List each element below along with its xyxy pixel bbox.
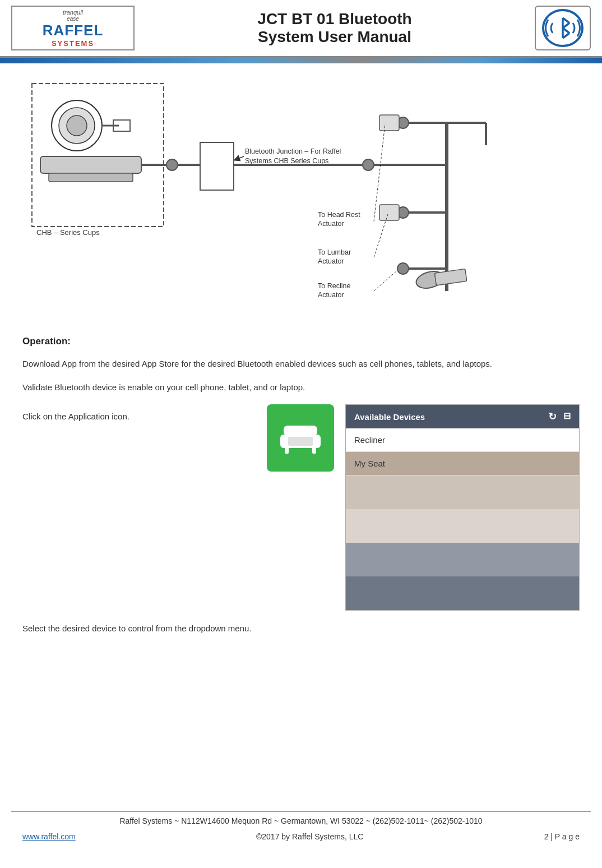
diagram-section: CHB – Series Cups Bluetooth Junction – F…	[0, 67, 602, 330]
devices-header: Available Devices ↻ ⊟	[346, 405, 579, 428]
svg-rect-52	[285, 447, 289, 454]
footer-main-text: Raffel Systems ~ N112W14600 Mequon Rd ~ …	[0, 812, 602, 830]
svg-rect-6	[32, 84, 164, 227]
svg-text:Bluetooth Junction – For Raffe: Bluetooth Junction – For Raffel	[245, 147, 341, 155]
logo-ease: ease	[67, 16, 79, 22]
footer: Raffel Systems ~ N112W14600 Mequon Rd ~ …	[0, 800, 602, 846]
sofa-icon	[278, 418, 323, 459]
svg-rect-48	[287, 437, 314, 446]
title-line1: JCT BT 01 Bluetooth	[257, 10, 411, 27]
device-item-empty3	[346, 543, 579, 576]
click-instruction-text: Click on the Application icon.	[22, 404, 256, 423]
device-item-empty2	[346, 509, 579, 543]
svg-text:Actuator: Actuator	[318, 220, 344, 228]
svg-rect-18	[200, 142, 234, 190]
svg-rect-53	[312, 447, 316, 454]
svg-line-4	[563, 28, 569, 33]
svg-text:CHB – Series Cups: CHB – Series Cups	[36, 228, 100, 237]
title-line2: System User Manual	[258, 28, 411, 45]
svg-text:Systems CHB Series Cups: Systems CHB Series Cups	[245, 157, 328, 165]
logo-box: tranquil ease RAFFEL SYSTEMS	[11, 6, 135, 50]
svg-rect-51	[284, 426, 317, 436]
header-title: JCT BT 01 Bluetooth System User Manual	[135, 10, 535, 46]
svg-text:To Lumbar: To Lumbar	[318, 248, 351, 256]
bluetooth-icon	[540, 8, 585, 48]
app-icon-box[interactable]	[267, 404, 334, 472]
content-section: Operation: Download App from the desired…	[0, 330, 602, 641]
bluetooth-icon-box	[535, 6, 591, 50]
refresh-icon[interactable]: ↻	[548, 410, 557, 423]
click-instruction-row: Click on the Application icon.	[22, 404, 580, 611]
svg-point-23	[363, 159, 374, 170]
svg-rect-14	[49, 173, 133, 182]
devices-header-icons: ↻ ⊟	[548, 410, 571, 423]
svg-point-16	[166, 159, 178, 170]
svg-line-5	[563, 33, 569, 38]
diagram-container: CHB – Series Cups Bluetooth Junction – F…	[22, 78, 580, 325]
devices-header-label: Available Devices	[354, 412, 425, 422]
device-item-empty1	[346, 475, 579, 509]
page-header: tranquil ease RAFFEL SYSTEMS JCT BT 01 B…	[0, 0, 602, 58]
svg-rect-30	[379, 115, 399, 131]
operation-heading: Operation:	[22, 336, 580, 347]
device-item-recliner[interactable]: Recliner	[346, 428, 579, 452]
device-item-myseat[interactable]: My Seat	[346, 452, 579, 475]
svg-text:Actuator: Actuator	[318, 257, 344, 265]
svg-rect-49	[280, 435, 288, 448]
footer-link[interactable]: www.raffel.com	[22, 832, 76, 841]
select-instruction-row: Select the desired device to control fro…	[22, 616, 580, 635]
para1: Download App from the desired App Store …	[22, 357, 580, 371]
svg-rect-35	[379, 205, 399, 220]
svg-line-2	[563, 18, 569, 23]
svg-rect-41	[434, 269, 467, 285]
svg-line-21	[237, 156, 244, 159]
logo-raffel: RAFFEL	[43, 22, 104, 39]
svg-point-10	[67, 116, 87, 136]
footer-copyright: ©2017 by Raffel Systems, LLC	[256, 832, 363, 841]
svg-text:To Recline: To Recline	[318, 282, 350, 290]
select-instruction-text: Select the desired device to control fro…	[22, 616, 580, 635]
para2: Validate Bluetooth device is enable on y…	[22, 381, 580, 394]
footer-sub: www.raffel.com ©2017 by Raffel Systems, …	[0, 830, 602, 846]
device-item-empty4	[346, 576, 579, 610]
svg-line-3	[563, 23, 569, 28]
svg-point-39	[397, 263, 409, 274]
svg-rect-50	[313, 435, 321, 448]
svg-line-44	[374, 270, 397, 291]
select-instruction-col: Select the desired device to control fro…	[22, 616, 580, 635]
devices-panel: Available Devices ↻ ⊟ Recliner My Seat	[345, 404, 580, 611]
footer-page: 2 | P a g e	[544, 832, 580, 841]
logo-tranquil: tranquil	[63, 9, 83, 16]
svg-rect-13	[40, 156, 141, 173]
click-instruction-text-col: Click on the Application icon.	[22, 404, 256, 423]
system-diagram: CHB – Series Cups Bluetooth Junction – F…	[22, 78, 580, 325]
header-wave	[0, 58, 602, 63]
svg-text:To Head Rest: To Head Rest	[318, 211, 360, 219]
logo-systems: SYSTEMS	[52, 39, 94, 48]
bookmark-icon[interactable]: ⊟	[563, 410, 571, 423]
svg-text:Actuator: Actuator	[318, 291, 344, 299]
